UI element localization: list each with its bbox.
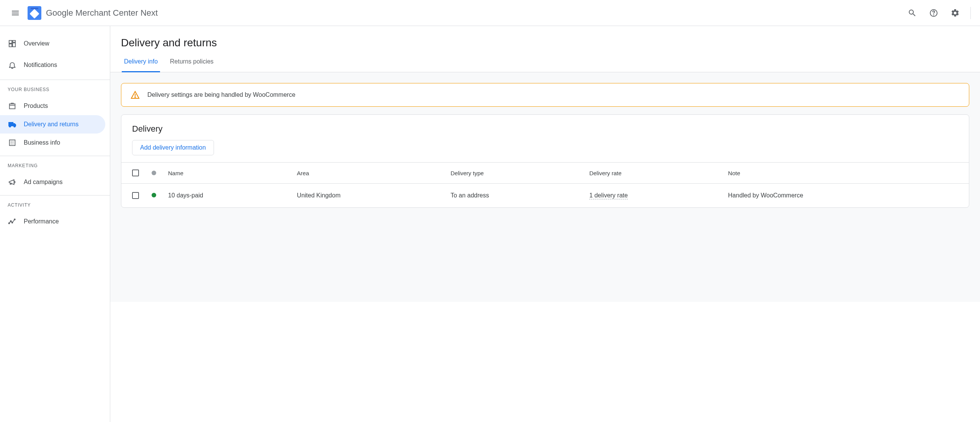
column-area: Area — [292, 163, 446, 184]
main-content: Delivery and returns Delivery info Retur… — [110, 26, 980, 422]
row-checkbox[interactable] — [132, 192, 139, 199]
tab-returns-policies[interactable]: Returns policies — [168, 52, 216, 72]
settings-button[interactable] — [946, 4, 964, 22]
svg-point-10 — [12, 222, 13, 223]
building-icon — [8, 138, 17, 147]
sidebar-item-label: Ad campaigns — [24, 179, 62, 186]
sidebar-item-overview[interactable]: Overview — [0, 33, 105, 54]
brand-product: Merchant Center Next — [75, 8, 158, 18]
tab-delivery-info[interactable]: Delivery info — [122, 52, 160, 72]
svg-rect-6 — [10, 104, 15, 109]
sidebar-item-label: Products — [24, 103, 48, 109]
chart-line-icon — [8, 217, 17, 226]
delivery-table: Name Area Delivery type Delivery rate No… — [121, 162, 969, 207]
search-icon — [908, 8, 917, 18]
content-area: Delivery settings are being handled by W… — [110, 72, 980, 302]
svg-point-1 — [934, 15, 934, 15]
cell-note: Handled by WooCommerce — [724, 184, 969, 208]
cell-name: 10 days-paid — [163, 184, 292, 208]
add-delivery-button[interactable]: Add delivery information — [132, 140, 214, 155]
sidebar-item-label: Performance — [24, 218, 59, 225]
svg-rect-3 — [13, 41, 15, 42]
header-actions — [903, 4, 974, 22]
sidebar-item-products[interactable]: Products — [0, 97, 105, 115]
svg-point-9 — [10, 221, 11, 222]
sidebar-item-business-info[interactable]: Business info — [0, 134, 105, 152]
bell-icon — [8, 60, 17, 70]
svg-rect-4 — [9, 44, 12, 47]
alert-text: Delivery settings are being handled by W… — [147, 91, 296, 98]
truck-icon — [8, 120, 17, 129]
tabs: Delivery info Returns policies — [110, 52, 980, 72]
help-button[interactable] — [924, 4, 943, 22]
menu-button[interactable] — [6, 4, 24, 22]
gear-icon — [951, 8, 960, 18]
sidebar-item-performance[interactable]: Performance — [0, 212, 105, 231]
header-divider — [970, 7, 971, 19]
svg-point-12 — [135, 97, 136, 98]
svg-rect-2 — [9, 41, 12, 43]
warning-icon — [131, 90, 140, 99]
tag-icon — [29, 9, 39, 18]
sidebar-item-label: Business info — [24, 139, 60, 146]
select-all-checkbox[interactable] — [132, 169, 139, 176]
column-name: Name — [163, 163, 292, 184]
hamburger-icon — [11, 8, 20, 18]
app-header: Google Merchant Center Next — [0, 0, 980, 26]
brand-label: Google Merchant Center Next — [46, 8, 158, 18]
sidebar-section-activity: ACTIVITY — [0, 195, 110, 212]
delivery-card: Delivery Add delivery information — [121, 114, 969, 208]
search-button[interactable] — [903, 4, 921, 22]
sidebar-item-ad-campaigns[interactable]: Ad campaigns — [0, 173, 105, 191]
svg-rect-5 — [13, 43, 15, 47]
column-note: Note — [724, 163, 969, 184]
sidebar-section-business: YOUR BUSINESS — [0, 80, 110, 97]
svg-point-11 — [14, 219, 15, 220]
status-header-dot — [152, 171, 156, 175]
help-icon — [929, 8, 938, 18]
cell-delivery-type: To an address — [446, 184, 585, 208]
sidebar-item-delivery-returns[interactable]: Delivery and returns — [0, 115, 105, 134]
products-icon — [8, 101, 17, 111]
sidebar-item-label: Delivery and returns — [24, 121, 78, 128]
warning-alert: Delivery settings are being handled by W… — [121, 83, 969, 107]
svg-rect-7 — [10, 140, 15, 146]
sidebar-item-label: Notifications — [24, 62, 57, 68]
overview-icon — [8, 39, 17, 48]
svg-point-8 — [8, 223, 10, 224]
sidebar-item-notifications[interactable]: Notifications — [0, 54, 105, 76]
sidebar-section-marketing: MARKETING — [0, 156, 110, 173]
column-status — [144, 163, 163, 184]
column-delivery-rate: Delivery rate — [585, 163, 723, 184]
app-logo — [28, 6, 41, 20]
table-row[interactable]: 10 days-paid United Kingdom To an addres… — [121, 184, 969, 208]
brand-google: Google — [46, 8, 73, 18]
column-select-all — [121, 163, 144, 184]
card-title: Delivery — [121, 115, 969, 140]
sidebar: Overview Notifications YOUR BUSINESS Pro… — [0, 26, 110, 422]
page-title: Delivery and returns — [110, 26, 980, 52]
status-dot-active — [152, 193, 156, 197]
cell-area: United Kingdom — [292, 184, 446, 208]
sidebar-item-label: Overview — [24, 40, 49, 47]
cell-delivery-rate: 1 delivery rate — [585, 184, 723, 208]
column-delivery-type: Delivery type — [446, 163, 585, 184]
megaphone-icon — [8, 178, 17, 187]
